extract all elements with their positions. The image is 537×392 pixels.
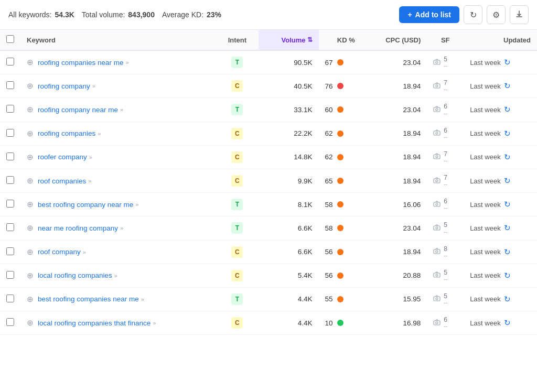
plus-circle-icon-11: ⊕ <box>27 318 34 328</box>
select-all-cell[interactable] <box>0 30 20 50</box>
row-refresh-icon-8[interactable]: ↻ <box>504 247 511 257</box>
row-checkbox-0[interactable] <box>6 58 14 66</box>
row-checkbox-cell-5[interactable] <box>0 169 20 192</box>
kd-dot-4 <box>337 154 343 160</box>
table-row: ⊕ local roofing companies » C 5.4K 56 20… <box>0 264 537 287</box>
sf-number-4: 7 -- <box>444 151 447 164</box>
updated-cell-6: Last week ↻ <box>464 193 537 216</box>
intent-badge-6: T <box>231 199 243 210</box>
add-to-list-label: Add to list <box>415 10 451 19</box>
row-checkbox-11[interactable] <box>6 318 14 326</box>
kd-cell-6: 58 <box>319 193 361 216</box>
updated-cell-10: Last week ↻ <box>464 287 537 311</box>
keyword-link-1[interactable]: ⊕ roofing company » <box>27 81 209 91</box>
plus-circle-icon-10: ⊕ <box>27 295 34 304</box>
th-volume[interactable]: Volume ⇅ <box>259 30 318 50</box>
row-checkbox-10[interactable] <box>6 295 14 302</box>
cpc-cell-11: 16.98 <box>361 311 427 335</box>
chevrons-icon-2: » <box>120 106 123 113</box>
row-refresh-icon-4[interactable]: ↻ <box>504 153 511 162</box>
sf-cell-9: 5 -- <box>427 264 464 287</box>
keyword-link-5[interactable]: ⊕ roof companies » <box>27 176 209 186</box>
cpc-cell-9: 20.88 <box>361 264 427 287</box>
kd-dot-2 <box>337 106 343 113</box>
row-checkbox-3[interactable] <box>6 129 14 137</box>
row-checkbox-cell-7[interactable] <box>0 216 20 240</box>
row-refresh-icon-1[interactable]: ↻ <box>504 81 511 91</box>
table-row: ⊕ roofing company » C 40.5K 76 18.94 <box>0 74 537 98</box>
sf-cell-10: 5 -- <box>427 287 464 311</box>
row-checkbox-cell-9[interactable] <box>0 264 20 287</box>
sf-number-6: 6 -- <box>444 198 447 211</box>
keyword-link-11[interactable]: ⊕ local roofing companies that finance » <box>27 318 209 328</box>
row-checkbox-9[interactable] <box>6 271 14 279</box>
row-checkbox-cell-6[interactable] <box>0 193 20 216</box>
keyword-link-3[interactable]: ⊕ roofing companies » <box>27 129 209 138</box>
svg-rect-0 <box>434 60 440 64</box>
keyword-link-7[interactable]: ⊕ near me roofing company » <box>27 223 209 233</box>
keyword-link-9[interactable]: ⊕ local roofing companies » <box>27 271 209 280</box>
keyword-link-6[interactable]: ⊕ best roofing company near me » <box>27 200 209 209</box>
chevrons-icon-3: » <box>98 130 101 137</box>
svg-point-23 <box>436 322 438 324</box>
row-checkbox-cell-3[interactable] <box>0 122 20 145</box>
keyword-link-8[interactable]: ⊕ roof company » <box>27 247 209 257</box>
chevrons-icon-7: » <box>120 225 123 231</box>
row-checkbox-cell-10[interactable] <box>0 287 20 311</box>
table-row: ⊕ best roofing company near me » T 8.1K … <box>0 193 537 216</box>
row-refresh-icon-11[interactable]: ↻ <box>504 318 511 328</box>
row-refresh-icon-2[interactable]: ↻ <box>504 105 511 114</box>
intent-badge-4: C <box>231 151 243 163</box>
keyword-link-0[interactable]: ⊕ roofing companies near me » <box>27 58 209 67</box>
row-refresh-icon-3[interactable]: ↻ <box>504 129 511 138</box>
select-all-checkbox[interactable] <box>6 35 14 43</box>
row-refresh-icon-5[interactable]: ↻ <box>504 176 511 186</box>
svg-point-21 <box>436 298 438 300</box>
row-checkbox-cell-4[interactable] <box>0 145 20 169</box>
plus-circle-icon-0: ⊕ <box>27 58 34 67</box>
volume-cell-8: 6.6K <box>259 240 318 264</box>
row-checkbox-cell-11[interactable] <box>0 311 20 335</box>
row-checkbox-2[interactable] <box>6 105 14 113</box>
intent-cell-10: T <box>216 287 259 311</box>
row-checkbox-cell-1[interactable] <box>0 74 20 98</box>
add-to-list-button[interactable]: + Add to list <box>399 6 459 23</box>
sf-cell-3: 6 -- <box>427 122 464 145</box>
export-button[interactable] <box>510 5 529 24</box>
header-actions: + Add to list ↻ ⚙ <box>399 5 529 24</box>
sf-cell-11: 6 -- <box>427 311 464 335</box>
keyword-link-10[interactable]: ⊕ best roofing companies near me » <box>27 295 209 304</box>
volume-cell-10: 4.4K <box>259 287 318 311</box>
row-refresh-icon-9[interactable]: ↻ <box>504 271 511 280</box>
row-checkbox-7[interactable] <box>6 223 14 231</box>
sf-cell-2: 6 -- <box>427 98 464 122</box>
row-checkbox-cell-8[interactable] <box>0 240 20 264</box>
row-refresh-icon-7[interactable]: ↻ <box>504 223 511 233</box>
kd-cell-0: 67 <box>319 50 361 74</box>
row-checkbox-6[interactable] <box>6 200 14 208</box>
volume-cell-6: 8.1K <box>259 193 318 216</box>
intent-badge-11: C <box>231 317 243 329</box>
svg-point-13 <box>436 203 438 205</box>
svg-point-3 <box>436 85 438 87</box>
avg-kd-label: Average KD: <box>162 10 203 19</box>
keyword-link-4[interactable]: ⊕ roofer company » <box>27 153 209 162</box>
intent-cell-2: T <box>216 98 259 122</box>
row-refresh-icon-10[interactable]: ↻ <box>504 295 511 304</box>
row-checkbox-1[interactable] <box>6 81 14 89</box>
row-refresh-icon-6[interactable]: ↻ <box>504 200 511 209</box>
keyword-text-7: near me roofing company <box>38 224 118 232</box>
row-checkbox-cell-0[interactable] <box>0 50 20 74</box>
row-checkbox-8[interactable] <box>6 247 14 255</box>
row-checkbox-5[interactable] <box>6 176 14 184</box>
kd-cell-3: 62 <box>319 122 361 145</box>
kd-value-7: 58 <box>325 224 333 232</box>
row-refresh-icon-0[interactable]: ↻ <box>504 58 511 67</box>
row-checkbox-4[interactable] <box>6 153 14 160</box>
refresh-button[interactable]: ↻ <box>464 5 482 24</box>
settings-button[interactable]: ⚙ <box>487 5 506 24</box>
keyword-link-2[interactable]: ⊕ roofing company near me » <box>27 105 209 114</box>
keyword-cell-7: ⊕ near me roofing company » <box>20 216 216 240</box>
row-checkbox-cell-2[interactable] <box>0 98 20 122</box>
kd-value-1: 76 <box>325 82 333 90</box>
